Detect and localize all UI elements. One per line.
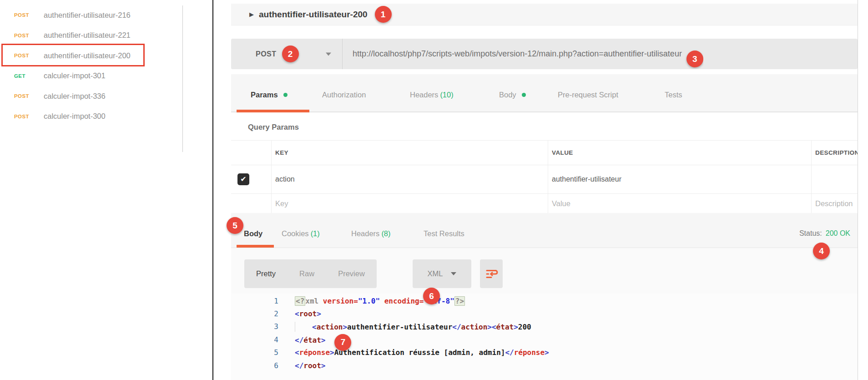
- wrap-text-button[interactable]: [480, 259, 503, 288]
- code-token: root: [299, 309, 317, 318]
- sidebar-request-item[interactable]: POSTauthentifier-utilisateur-216: [0, 5, 182, 25]
- code-token: </: [452, 323, 461, 331]
- view-button-pretty[interactable]: Pretty: [244, 269, 288, 278]
- chevron-down-icon: [451, 272, 456, 275]
- request-name: calculer-impot-301: [44, 71, 106, 80]
- response-view-switcher: PrettyRawPreview: [244, 259, 377, 288]
- request-tab-pre-request-script[interactable]: Pre-request Script: [558, 91, 618, 99]
- code-token: réponse: [514, 348, 545, 357]
- code-text: </état>7: [295, 331, 351, 348]
- postman-app-window: POSTauthentifier-utilisateur-216POSTauth…: [0, 0, 868, 380]
- tab-label: Cookies: [282, 229, 309, 238]
- code-token: encoding: [384, 297, 419, 305]
- line-number: 1: [231, 297, 278, 305]
- code-text: <réponse>Authentification réussie [admin…: [295, 348, 549, 357]
- annotation-badge-1: 1: [375, 6, 392, 23]
- request-title-bar: ▶ authentifier-utilisateur-200 1: [231, 4, 858, 25]
- code-line: 6</root>: [231, 359, 858, 372]
- column-header-key: KEY: [275, 149, 288, 156]
- code-token: </: [295, 361, 303, 370]
- annotation-badge-2: 2: [282, 46, 299, 62]
- request-tab-params[interactable]: Params: [251, 91, 288, 99]
- code-token: <: [295, 348, 299, 357]
- code-token: root: [303, 361, 321, 370]
- code-token: >: [330, 348, 334, 357]
- code-token: version: [323, 297, 353, 305]
- tab-count: (1): [311, 229, 320, 238]
- method-dropdown[interactable]: POST 2: [231, 39, 343, 69]
- line-number: 6: [231, 361, 278, 370]
- annotation-badge-4: 4: [813, 243, 830, 259]
- code-token: >: [487, 323, 492, 331]
- code-token: [295, 322, 312, 332]
- param-value: authentifier-utilisateur: [552, 175, 621, 183]
- tab-label: Headers: [351, 229, 379, 238]
- tab-count: (10): [440, 91, 453, 99]
- column-header-description: DESCRIPTION: [815, 149, 858, 156]
- status-label: Status:: [799, 229, 822, 237]
- sidebar-request-item[interactable]: POSTauthentifier-utilisateur-221: [0, 25, 182, 46]
- request-method-badge: GET: [14, 73, 35, 79]
- code-line: 4</état>7: [231, 333, 858, 346]
- sidebar-request-item[interactable]: POSTcalculer-impot-336: [0, 86, 182, 106]
- code-token: >: [317, 309, 321, 318]
- param-enabled-checkbox[interactable]: ✔: [237, 173, 249, 185]
- request-name: calculer-impot-300: [44, 112, 106, 121]
- tab-label: Tests: [665, 91, 682, 99]
- code-line: 1<?xml version="1.0" encoding="utf-8"?>: [231, 294, 858, 307]
- code-token: [380, 297, 384, 305]
- code-token: état: [303, 335, 321, 344]
- tab-label: Body: [499, 91, 516, 99]
- line-number: 4: [231, 335, 278, 344]
- response-tab-cookies[interactable]: Cookies(1): [282, 229, 320, 238]
- sidebar-request-item[interactable]: POSTcalculer-impot-300: [0, 106, 182, 127]
- annotation-badge-5: 5: [227, 217, 243, 234]
- response-tab-headers[interactable]: Headers(8): [351, 229, 391, 238]
- code-token: >: [545, 348, 549, 357]
- line-number: 3: [231, 322, 278, 331]
- format-dropdown[interactable]: XML: [413, 259, 471, 288]
- request-tab-body[interactable]: Body: [499, 91, 526, 99]
- request-method-badge: POST: [14, 114, 35, 119]
- url-input[interactable]: http://localhost/php7/scripts-web/impots…: [343, 39, 703, 69]
- response-status: Status:200 OK: [799, 229, 850, 238]
- table-row-empty: Key Value Description: [231, 194, 858, 213]
- column-header-value: VALUE: [552, 149, 573, 156]
- request-method-badge: POST: [14, 33, 35, 38]
- view-button-preview[interactable]: Preview: [326, 269, 377, 278]
- request-name: authentifier-utilisateur-221: [44, 31, 131, 40]
- annotation-badge-3: 3: [686, 51, 703, 67]
- request-tab-headers[interactable]: Headers(10): [410, 91, 454, 99]
- code-token: >: [321, 335, 326, 344]
- code-token: "1.0": [358, 297, 380, 305]
- code-token: <?: [295, 296, 305, 306]
- response-tab-body[interactable]: Body: [244, 229, 262, 238]
- sidebar-request-item[interactable]: GETcalculer-impot-301: [0, 66, 182, 86]
- code-token: ?>: [454, 296, 465, 306]
- panel-right-border: [858, 0, 858, 380]
- response-toolbar: PrettyRawPreview XML: [231, 248, 858, 294]
- query-params-table: KEY VALUE DESCRIPTION ✔ action authentif…: [231, 140, 858, 214]
- code-token: >: [321, 361, 326, 370]
- panel-divider: [212, 0, 213, 380]
- view-button-raw[interactable]: Raw: [288, 269, 326, 278]
- active-response-tab-underline: [237, 245, 274, 248]
- code-token: 200: [518, 323, 531, 331]
- code-token: >: [514, 323, 518, 331]
- key-placeholder: Key: [275, 199, 288, 208]
- code-token: réponse: [299, 348, 330, 357]
- request-tab-tests[interactable]: Tests: [665, 91, 682, 99]
- code-token: =: [353, 297, 358, 305]
- request-tab-authorization[interactable]: Authorization: [322, 91, 366, 99]
- code-token: Authentification réussie [admin, admin]: [334, 348, 505, 357]
- code-text: </root>: [295, 361, 325, 370]
- query-params-heading: Query Params: [248, 123, 299, 132]
- response-tabs-bar: Status:200 OK BodyCookies(1)Headers(8)Te…: [231, 213, 858, 248]
- value-placeholder: Value: [552, 199, 570, 208]
- request-tabs: ParamsAuthorizationHeaders(10)BodyPre-re…: [231, 74, 858, 112]
- response-body-code[interactable]: 1<?xml version="1.0" encoding="utf-8"?>2…: [231, 294, 858, 380]
- collapse-triangle-icon[interactable]: ▶: [249, 11, 254, 18]
- method-label: POST: [256, 50, 277, 58]
- code-token: <: [312, 323, 317, 331]
- response-tab-test-results[interactable]: Test Results: [424, 229, 464, 238]
